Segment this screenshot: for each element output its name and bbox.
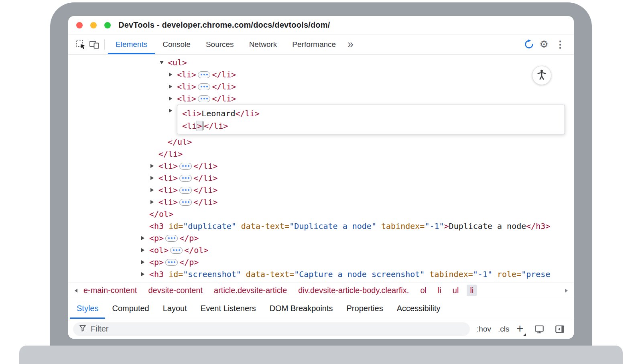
expand-inline-button[interactable] [198,71,210,78]
edit-line: <li></li> [182,119,560,132]
breadcrumb: e-main-contentdevsite-contentarticle.dev… [80,285,562,296]
code-tag: </li> [158,149,183,159]
expand-arrow-down-icon[interactable] [160,61,168,64]
accessibility-button[interactable] [532,66,551,85]
expand-arrow-right-icon[interactable] [150,164,158,168]
filter-field[interactable] [73,322,470,336]
settings-gear-icon[interactable]: ⚙ [536,39,552,49]
expand-inline-button[interactable] [165,235,178,242]
tab-layout[interactable]: Layout [156,298,194,319]
dom-tree-row[interactable]: <li></li> [68,196,574,208]
breadcrumb-item[interactable]: ol [417,285,430,296]
breadcrumb-scroll-right[interactable] [562,283,571,298]
code-attr: tabindex= [376,221,425,231]
expand-arrow-right-icon[interactable] [150,188,158,192]
expand-arrow-right-icon[interactable] [150,200,158,204]
tab-event-listeners[interactable]: Event Listeners [194,298,263,319]
expand-inline-button[interactable] [179,199,192,206]
dom-tree-row[interactable]: <li></li> [68,81,574,93]
toggle-device-toolbar-icon[interactable] [87,38,101,51]
expand-inline-button[interactable] [198,95,210,102]
devtools-window: DevTools - developer.chrome.com/docs/dev… [68,16,574,339]
dom-tree-row[interactable]: <ul> [68,57,574,69]
expand-arrow-right-icon[interactable] [141,272,149,276]
breadcrumb-item[interactable]: article.devsite-article [211,285,290,296]
zoom-window-button[interactable] [104,22,111,28]
expand-arrow-right-icon[interactable] [169,97,177,101]
dom-tree-row[interactable]: <li></li> [68,172,574,184]
tab-console[interactable]: Console [155,34,198,54]
expand-arrow-right-icon[interactable] [169,73,177,77]
toggle-hover-state-button[interactable]: :hov [477,325,491,334]
inspect-element-icon[interactable] [74,38,87,51]
close-window-button[interactable] [76,22,83,28]
tab-performance[interactable]: Performance [284,34,343,54]
dom-tree-row[interactable]: <li></li> [68,93,574,105]
more-tabs-icon[interactable]: » [343,39,358,50]
reload-icon[interactable] [522,38,536,51]
code-tag: </li> [193,161,217,171]
expand-inline-button[interactable] [179,187,192,194]
toggle-sidebar-icon[interactable] [553,322,567,336]
expand-inline-button[interactable] [179,175,192,182]
breadcrumb-item[interactable]: li [435,285,445,296]
code-attr: id= [164,269,183,279]
minimize-window-button[interactable] [90,22,97,28]
breadcrumb-item[interactable]: e-main-content [80,285,140,296]
dom-tree-row[interactable]: <li></li> [68,160,574,172]
dom-tree-row[interactable]: </li> [68,148,574,160]
dom-tree-row[interactable]: </ol> [68,208,574,220]
breadcrumb-item[interactable]: ul [449,285,462,296]
tab-accessibility[interactable]: Accessibility [390,298,447,319]
expand-arrow-right-icon[interactable] [141,248,149,252]
expand-arrow-right-icon[interactable] [141,236,149,240]
dom-tree-row[interactable]: <li></li> [68,69,574,81]
breadcrumb-scroll-left[interactable] [71,283,80,298]
dom-tree-row[interactable]: <p></p> [68,232,574,244]
tab-sources[interactable]: Sources [198,34,242,54]
tab-computed[interactable]: Computed [105,298,156,319]
new-style-rule-button[interactable]: + [516,323,526,336]
code-val: "Duplicate a node" [289,221,376,231]
expand-arrow-right-icon[interactable] [169,109,177,113]
dom-tree-row[interactable]: <li></li> [68,184,574,196]
expand-inline-button[interactable] [198,83,210,90]
expand-arrow-right-icon[interactable] [141,260,149,264]
code-tag: <p> [149,233,164,243]
dom-tree-row[interactable]: <li>Leonard</li><li></li> [68,105,574,136]
expand-arrow-right-icon[interactable] [169,85,177,89]
code-attr: data-text= [241,269,294,279]
code-tag: </li> [235,109,259,118]
tab-dom-breakpoints[interactable]: DOM Breakpoints [263,298,340,319]
breadcrumb-item[interactable]: devsite-content [145,285,206,296]
text-cursor [203,121,203,130]
edit-as-html-box[interactable]: <li>Leonard</li><li></li> [177,105,565,134]
code-tag: </li> [193,197,217,207]
expand-arrow-right-icon[interactable] [150,176,158,180]
toggle-class-button[interactable]: .cls [498,325,510,334]
filter-input[interactable] [91,324,464,334]
code-tag: <ol> [149,245,169,255]
breadcrumb-item[interactable]: div.devsite-article-body.clearfix. [295,285,412,296]
monitor-icon[interactable] [532,322,546,336]
dom-tree-row[interactable]: <h3 id="duplicate" data-text="Duplicate … [68,220,574,232]
dom-tree-row[interactable]: <ol></ol> [68,244,574,256]
expand-inline-button[interactable] [170,247,183,254]
window-titlebar: DevTools - developer.chrome.com/docs/dev… [68,16,574,34]
expand-inline-button[interactable] [179,163,192,170]
kebab-menu-icon[interactable]: ⋮ [552,40,568,49]
code-tag: <li> [177,82,196,91]
dom-tree-row[interactable]: <h3 id="screenshot" data-text="Capture a… [68,268,574,280]
dom-tree-row[interactable]: </ul> [68,136,574,148]
code-tag: </li> [212,82,236,91]
styles-toolbar: :hov .cls + [68,319,574,339]
breadcrumb-item[interactable]: li [467,285,477,296]
tab-properties[interactable]: Properties [340,298,390,319]
expand-inline-button[interactable] [165,259,178,266]
tab-styles[interactable]: Styles [70,298,105,319]
tab-elements[interactable]: Elements [108,34,155,54]
dom-tree-row[interactable]: <p></p> [68,256,574,268]
code-val: "Capture a node screenshot" [294,269,425,279]
window-title: DevTools - developer.chrome.com/docs/dev… [118,20,330,30]
tab-network[interactable]: Network [242,34,285,54]
